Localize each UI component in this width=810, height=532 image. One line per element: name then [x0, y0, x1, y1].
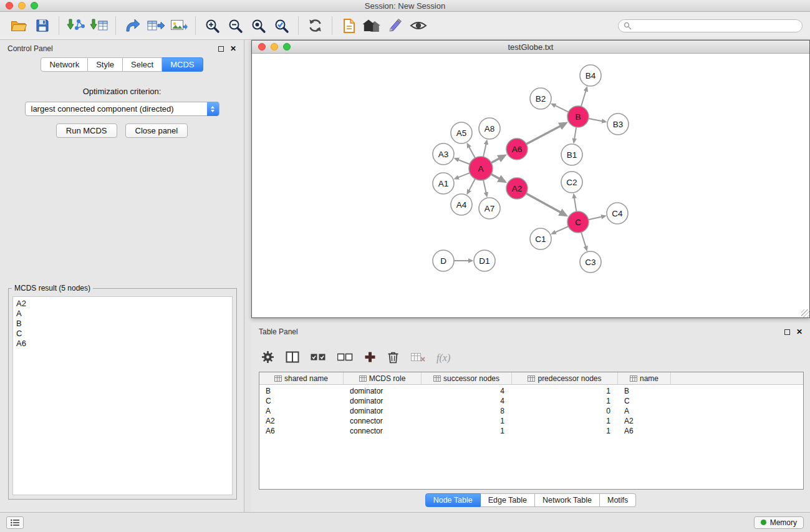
- table-cell[interactable]: A2: [618, 417, 671, 425]
- network-edge-C-C3[interactable]: [581, 232, 586, 246]
- table-cell[interactable]: connector: [344, 427, 422, 435]
- network-node-C4[interactable]: C4: [607, 203, 628, 224]
- zoom-window-button[interactable]: [31, 2, 38, 9]
- search-input[interactable]: [635, 21, 797, 30]
- search-box[interactable]: [618, 19, 803, 32]
- network-edge-A-A7[interactable]: [483, 180, 486, 193]
- network-edge-A-A8[interactable]: [483, 144, 486, 157]
- zoom-fit-button[interactable]: [247, 14, 270, 37]
- network-node-B1[interactable]: B1: [561, 144, 582, 165]
- table-cell[interactable]: 1: [512, 417, 618, 425]
- select-all-button[interactable]: [311, 352, 326, 364]
- resize-grip[interactable]: [801, 309, 809, 317]
- network-edge-B-B2[interactable]: [555, 105, 569, 112]
- open-session-button[interactable]: [7, 14, 31, 37]
- column-header-name[interactable]: name: [618, 372, 671, 384]
- mcds-result-item[interactable]: A2: [16, 299, 229, 309]
- network-node-A1[interactable]: A1: [433, 173, 454, 194]
- mcds-result-item[interactable]: B: [16, 319, 229, 329]
- network-edge-C-C4[interactable]: [589, 217, 602, 220]
- table-cell[interactable]: 4: [422, 387, 512, 395]
- table-cell[interactable]: C: [618, 397, 671, 405]
- minimize-network-window-button[interactable]: [271, 43, 278, 51]
- float-panel-icon[interactable]: [218, 46, 224, 52]
- table-cell[interactable]: A2: [259, 417, 344, 425]
- deselect-all-button[interactable]: [337, 352, 353, 364]
- control-tab-select[interactable]: Select: [123, 57, 162, 72]
- network-window-titlebar[interactable]: testGlobe.txt: [252, 41, 809, 54]
- table-cell[interactable]: 1: [422, 427, 512, 435]
- show-graphics-details-button[interactable]: [407, 14, 430, 37]
- delete-table-button[interactable]: [410, 351, 425, 365]
- network-edge-B-B1[interactable]: [574, 127, 576, 139]
- network-node-D[interactable]: D: [433, 250, 454, 271]
- run-mcds-button[interactable]: Run MCDS: [56, 123, 117, 138]
- close-panel-icon[interactable]: ✕: [230, 45, 236, 52]
- export-table-button[interactable]: [144, 14, 167, 37]
- network-node-C[interactable]: C: [567, 211, 589, 233]
- export-image-button[interactable]: [167, 14, 190, 37]
- zoom-network-window-button[interactable]: [283, 43, 291, 51]
- network-node-A7[interactable]: A7: [479, 198, 500, 219]
- table-cell[interactable]: dominator: [344, 387, 422, 395]
- table-cell[interactable]: 4: [422, 397, 512, 405]
- function-builder-button[interactable]: f(x): [436, 352, 450, 364]
- network-node-D1[interactable]: D1: [474, 250, 495, 271]
- network-edge-A-A4[interactable]: [469, 179, 475, 190]
- network-node-B4[interactable]: B4: [580, 65, 601, 86]
- zoom-selected-button[interactable]: [270, 14, 293, 37]
- network-edge-A-A6[interactable]: [491, 158, 499, 163]
- network-node-B2[interactable]: B2: [530, 88, 551, 109]
- add-row-button[interactable]: [364, 351, 376, 365]
- network-node-A2[interactable]: A2: [506, 178, 528, 199]
- network-node-C3[interactable]: C3: [580, 251, 601, 273]
- table-cell[interactable]: 1: [512, 397, 618, 405]
- table-cell[interactable]: A: [618, 407, 671, 415]
- close-network-window-button[interactable]: [258, 43, 266, 51]
- memory-button[interactable]: Memory: [754, 516, 804, 529]
- status-list-button[interactable]: [6, 516, 24, 529]
- table-tab-edge-table[interactable]: Edge Table: [481, 493, 535, 507]
- mcds-result-item[interactable]: A6: [16, 339, 229, 349]
- network-edge-B-B3[interactable]: [589, 118, 602, 121]
- network-edge-A-A5[interactable]: [469, 147, 475, 158]
- save-session-button[interactable]: [31, 14, 54, 37]
- column-header-MCDS-role[interactable]: MCDS role: [344, 372, 422, 384]
- close-window-button[interactable]: [6, 2, 13, 9]
- network-node-B[interactable]: B: [567, 106, 589, 127]
- table-row[interactable]: Cdominator41C: [259, 396, 803, 406]
- column-header-predecessor-nodes[interactable]: predecessor nodes: [512, 372, 618, 384]
- network-edge-A-A2[interactable]: [491, 174, 499, 178]
- table-row[interactable]: A6connector11A6: [259, 426, 803, 436]
- table-options-button[interactable]: [261, 351, 274, 366]
- network-node-A4[interactable]: A4: [451, 194, 472, 215]
- network-graph[interactable]: AA6A2BCA1A3A4A5A7A8B1B2B3B4C1C2C3C4DD1: [252, 54, 809, 317]
- table-cell[interactable]: B: [618, 387, 671, 395]
- table-cell[interactable]: A: [259, 407, 344, 415]
- table-cell[interactable]: 0: [512, 407, 618, 415]
- table-cell[interactable]: A6: [618, 427, 671, 435]
- network-node-A3[interactable]: A3: [433, 143, 454, 165]
- session-document-button[interactable]: [337, 14, 360, 37]
- minimize-window-button[interactable]: [18, 2, 26, 9]
- table-row[interactable]: Bdominator41B: [259, 386, 803, 396]
- network-node-A5[interactable]: A5: [451, 122, 472, 143]
- table-tab-node-table[interactable]: Node Table: [425, 493, 481, 507]
- close-panel-button[interactable]: Close panel: [125, 123, 188, 138]
- control-tab-mcds[interactable]: MCDS: [162, 57, 203, 72]
- zoom-out-button[interactable]: [224, 14, 247, 37]
- column-header-shared-name[interactable]: shared name: [259, 372, 344, 384]
- network-edge-A2-C[interactable]: [526, 193, 561, 212]
- network-node-C2[interactable]: C2: [561, 172, 582, 193]
- table-cell[interactable]: A6: [259, 427, 344, 435]
- network-edge-A-A3[interactable]: [458, 160, 470, 164]
- network-node-A6[interactable]: A6: [506, 138, 528, 160]
- network-node-C1[interactable]: C1: [530, 228, 551, 249]
- network-node-A8[interactable]: A8: [479, 118, 500, 139]
- control-tab-network[interactable]: Network: [41, 57, 88, 72]
- table-cell[interactable]: dominator: [344, 397, 422, 405]
- float-table-panel-icon[interactable]: [784, 329, 790, 335]
- network-edge-C-C2[interactable]: [574, 198, 576, 212]
- control-tab-style[interactable]: Style: [88, 57, 123, 72]
- table-cell[interactable]: connector: [344, 417, 422, 425]
